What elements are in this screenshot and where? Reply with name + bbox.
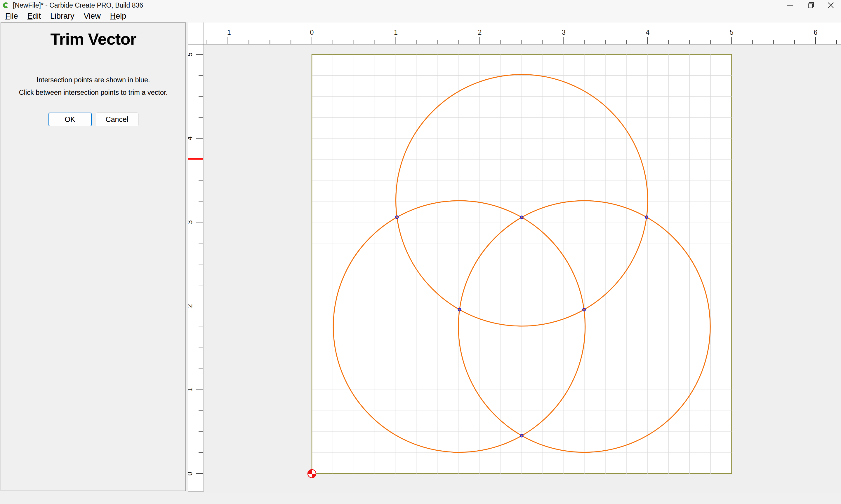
ruler-label: 0: [310, 29, 314, 36]
ruler-label: 3: [562, 29, 566, 36]
restore-button[interactable]: [800, 0, 821, 11]
ruler-cursor-marker: [188, 158, 203, 160]
panel-instruction-1: Intersection points are shown in blue.: [1, 76, 185, 84]
vertical-ruler: 012345: [188, 22, 204, 492]
panel-button-row: OK Cancel: [1, 112, 185, 126]
minimize-icon: [787, 5, 793, 5]
ruler-label: 0: [188, 472, 194, 476]
ruler-label: 6: [814, 29, 818, 36]
ruler-label: 1: [394, 29, 398, 36]
close-button[interactable]: [821, 0, 841, 11]
close-icon: [827, 2, 834, 9]
ruler-label: 3: [188, 220, 194, 224]
panel-instruction-2: Click between intersection points to tri…: [1, 89, 185, 96]
horizontal-ruler: -10123456: [204, 22, 841, 44]
menu-item-help[interactable]: Help: [105, 11, 131, 22]
ruler-label: 2: [478, 29, 482, 36]
window-controls: [780, 0, 841, 11]
ruler-label: 2: [188, 304, 194, 308]
ruler-label: 4: [188, 136, 194, 140]
ok-button[interactable]: OK: [49, 112, 92, 126]
minimize-button[interactable]: [780, 0, 800, 11]
ruler-label: 5: [730, 29, 734, 36]
title-bar: [NewFile]* - Carbide Create PRO, Build 8…: [0, 0, 841, 11]
design-canvas[interactable]: [204, 44, 841, 493]
cancel-button[interactable]: Cancel: [96, 112, 138, 126]
trim-vector-panel: Trim Vector Intersection points are show…: [1, 22, 186, 491]
ruler-label: -1: [225, 29, 231, 36]
restore-icon: [808, 3, 813, 8]
ruler-label: 5: [188, 53, 194, 56]
ruler-label: 4: [646, 29, 650, 36]
app-logo-icon: [3, 2, 9, 8]
origin-marker: [308, 470, 316, 478]
menu-item-file[interactable]: File: [1, 11, 23, 22]
menu-item-library[interactable]: Library: [46, 11, 79, 22]
panel-title: Trim Vector: [1, 30, 185, 49]
grid: [312, 55, 732, 474]
menu-item-edit[interactable]: Edit: [23, 11, 46, 22]
window-title: [NewFile]* - Carbide Create PRO, Build 8…: [13, 1, 143, 9]
menu-item-view[interactable]: View: [79, 11, 105, 22]
ruler-label: 1: [188, 388, 194, 392]
menu-bar: FileEditLibraryViewHelp: [0, 11, 841, 22]
